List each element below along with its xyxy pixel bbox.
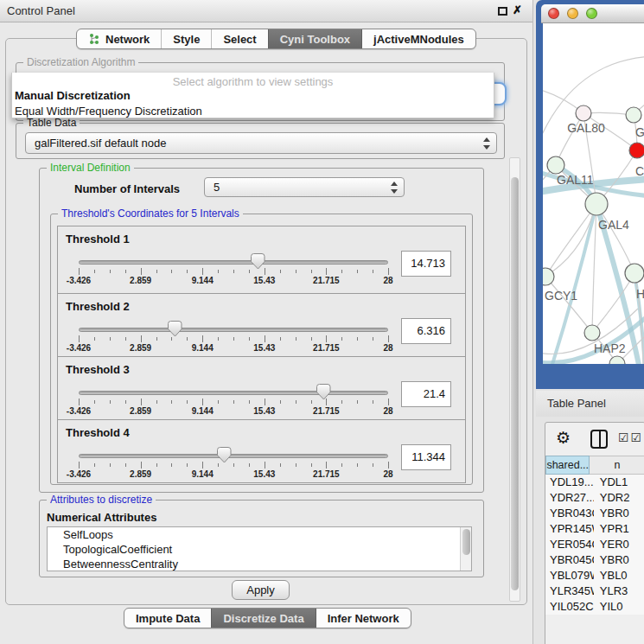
table-cell: YER0	[594, 537, 644, 552]
network-node-h[interactable]	[625, 264, 644, 283]
table-panel-header: Table Panel	[536, 391, 644, 417]
table-data-group: Table Data galFiltered.sif default node	[16, 123, 505, 159]
slider-ticks	[79, 399, 388, 405]
slider-tick-labels: -3.4262.8599.14415.4321.71528	[79, 469, 388, 480]
network-canvas[interactable]: GAL80GACGAL11GAL4GCY1HHAP2	[543, 23, 644, 364]
slider-thumb-icon[interactable]	[168, 321, 182, 337]
combo-stepper-icon	[390, 181, 399, 194]
network-node-gal11[interactable]	[547, 156, 564, 174]
apply-button[interactable]: Apply	[232, 580, 290, 600]
table-cell: YER054C	[545, 537, 594, 552]
numerical-attributes-list[interactable]: SelfLoopsTopologicalCoefficientBetweenne…	[47, 526, 472, 571]
threshold-coordinates-group-title: Threshold's Coordinates for 5 Intervals	[58, 207, 243, 220]
table-cell: YDR2	[594, 490, 644, 506]
threshold-slider[interactable]: -3.4262.8599.14415.4321.71528	[79, 388, 388, 418]
attribute-item-betweennesscentrality[interactable]: BetweennessCentrality	[48, 557, 471, 571]
network-node[interactable]	[609, 356, 625, 364]
tab-infer-network[interactable]: Infer Network	[316, 609, 411, 628]
network-window-titlebar	[541, 4, 644, 23]
table-cell: YBL0	[594, 568, 644, 583]
tab-cyni-toolbox[interactable]: Cyni Toolbox	[268, 29, 361, 48]
top-tab-strip: NetworkStyleSelectCyni ToolboxjActiveMNo…	[76, 29, 476, 49]
number-of-intervals-combobox[interactable]: 5	[204, 177, 405, 197]
table-row[interactable]: YLR345WYLR3	[545, 583, 644, 599]
network-node-gal4[interactable]	[585, 193, 608, 215]
table-row[interactable]: YDL19...YDL1	[545, 475, 644, 490]
slider-track[interactable]	[79, 328, 388, 332]
network-node-ga[interactable]	[626, 107, 641, 123]
attribute-item-topologicalcoefficient[interactable]: TopologicalCoefficient	[48, 542, 471, 557]
dropdown-option-equal-width-frequency-discretization[interactable]: Equal Width/Frequency Discretization	[12, 104, 494, 119]
threshold-value-field[interactable]: 21.4	[401, 381, 451, 407]
network-icon	[88, 33, 100, 46]
table-cell: YBR043C	[545, 506, 594, 521]
combo-stepper-icon	[482, 137, 491, 150]
table-row[interactable]: YDR27...YDR2	[545, 490, 644, 506]
table-row[interactable]: YPR145WYPR1	[545, 521, 644, 537]
slider-ticks	[79, 462, 388, 469]
network-node-label: GAL11	[557, 173, 594, 187]
table-row[interactable]: YBR043CYBR0	[545, 506, 644, 521]
slider-track[interactable]	[79, 391, 388, 395]
threshold-slider[interactable]: -3.4262.8599.14415.4321.71528	[79, 325, 388, 354]
tab-jactivemnodules[interactable]: jActiveMNodules	[361, 29, 475, 48]
checkbox-checked-icon[interactable]: ☑☑	[618, 430, 643, 444]
column-header-1[interactable]: shared...	[545, 456, 590, 475]
gear-icon[interactable]: ⚙	[556, 428, 571, 448]
network-node-hap2[interactable]	[584, 325, 600, 341]
split-columns-icon[interactable]	[590, 430, 608, 449]
dropdown-option-manual-discretization[interactable]: Manual Discretization	[12, 88, 494, 104]
slider-tick-labels: -3.4262.8599.14415.4321.71528	[79, 343, 388, 354]
table-row[interactable]: YER054CYER0	[545, 537, 644, 552]
control-panel-title: Control Panel	[7, 4, 75, 17]
network-node-label: GAL80	[567, 121, 605, 135]
threshold-label: Threshold 3	[66, 363, 130, 376]
attributes-group-title: Attributes to discretize	[47, 494, 156, 506]
threshold-value-field[interactable]: 6.316	[401, 318, 451, 344]
panel-vertical-scrollbar[interactable]	[509, 157, 520, 602]
table-row[interactable]: YIL052CYIL0	[545, 599, 644, 615]
network-node-c[interactable]	[629, 143, 644, 158]
tab-network[interactable]: Network	[77, 29, 161, 48]
threshold-row: Threshold 1 -3.4262.8599.14415.4321.7152…	[57, 226, 466, 294]
table-data-combobox[interactable]: galFiltered.sif default node	[25, 132, 497, 154]
float-window-icon[interactable]	[498, 7, 507, 16]
interval-definition-group: Interval Definition Number of Intervals …	[39, 168, 484, 493]
tab-label: Infer Network	[328, 612, 399, 625]
close-icon[interactable]: ✗	[513, 3, 522, 16]
slider-tick-labels: -3.4262.8599.14415.4321.71528	[79, 406, 388, 417]
slider-thumb-icon[interactable]	[316, 384, 331, 400]
slider-track[interactable]	[79, 260, 388, 265]
slider-track[interactable]	[79, 454, 388, 458]
number-of-intervals-label: Number of Intervals	[74, 182, 180, 195]
number-of-intervals-value: 5	[214, 181, 220, 194]
zoom-traffic-light-icon[interactable]	[586, 8, 597, 19]
threshold-slider[interactable]: -3.4262.8599.14415.4321.71528	[79, 451, 388, 481]
threshold-slider[interactable]: -3.4262.8599.14415.4321.71528	[79, 258, 388, 287]
table-row[interactable]: YBR045CYBR0	[545, 552, 644, 568]
tab-label: Discretize Data	[223, 612, 303, 625]
table-panel-body: ⚙ ☑☑ shared...n YDL19...YDL1YDR27...YDR2…	[545, 422, 644, 644]
column-header-2[interactable]: n	[590, 456, 644, 475]
attribute-item-selfloops[interactable]: SelfLoops	[48, 527, 471, 542]
tab-discretize-data[interactable]: Discretize Data	[211, 609, 315, 628]
slider-thumb-icon[interactable]	[251, 253, 265, 270]
network-node-gal80[interactable]	[576, 105, 591, 121]
tab-select[interactable]: Select	[211, 29, 267, 48]
table-row[interactable]: YBL079WYBL0	[545, 568, 644, 583]
threshold-value-field[interactable]: 14.713	[401, 251, 451, 277]
minimize-traffic-light-icon[interactable]	[567, 8, 578, 19]
threshold-value-field[interactable]: 11.344	[401, 444, 451, 470]
slider-thumb-icon[interactable]	[217, 447, 232, 463]
threshold-row: Threshold 2 -3.4262.8599.14415.4321.7152…	[57, 293, 466, 357]
list-scrollbar[interactable]	[460, 527, 471, 571]
tab-label: Cyni Toolbox	[280, 33, 350, 46]
tab-style[interactable]: Style	[161, 29, 211, 48]
close-traffic-light-icon[interactable]	[548, 8, 559, 19]
table-toolbar: ⚙ ☑☑	[545, 423, 644, 456]
threshold-label: Threshold 2	[66, 300, 130, 313]
bottom-tab-strip: Impute DataDiscretize DataInfer Network	[124, 608, 411, 628]
table-cell: YPR1	[594, 521, 644, 537]
tab-impute-data[interactable]: Impute Data	[124, 609, 211, 628]
network-node-gcy1[interactable]	[543, 268, 554, 285]
